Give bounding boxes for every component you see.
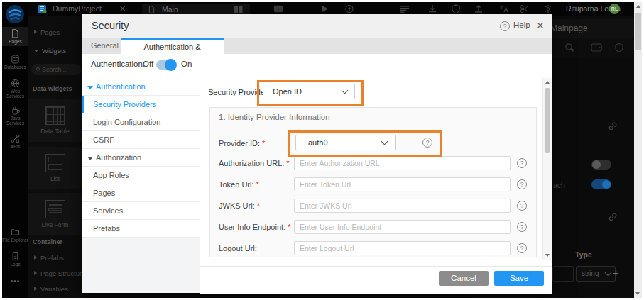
authorization-url-input[interactable] xyxy=(294,156,511,170)
type-select[interactable]: string xyxy=(576,266,616,282)
widget-tile-list[interactable]: List xyxy=(28,147,82,191)
widget-search-input[interactable]: ⚲Search... xyxy=(31,64,81,75)
help-icon[interactable]: ? xyxy=(517,222,527,232)
toggle-off[interactable] xyxy=(591,160,611,170)
widget-tile-data-table[interactable]: Data Table xyxy=(28,99,82,145)
shield-icon[interactable] xyxy=(615,43,623,52)
logs-icon xyxy=(11,252,20,261)
nav-item-prefabs[interactable]: Prefabs xyxy=(82,220,200,238)
search-icon: ⚲ xyxy=(36,66,40,73)
rail-item-label: Web Services xyxy=(6,89,24,99)
help-link[interactable]: Help xyxy=(513,21,530,29)
cancel-button[interactable]: Cancel xyxy=(439,271,489,286)
pages-icon xyxy=(11,29,20,38)
list-icon xyxy=(45,154,65,172)
panel-section-pages[interactable]: Pages xyxy=(28,26,82,40)
add-param-button[interactable]: + xyxy=(613,267,619,279)
help-icon[interactable]: ? xyxy=(517,243,527,253)
tab-general[interactable]: General xyxy=(89,38,121,54)
close-icon[interactable]: ✕ xyxy=(536,14,545,38)
scrollbar-thumb[interactable] xyxy=(545,88,550,153)
chevron-down-icon xyxy=(34,50,38,52)
nav-item-security-providers[interactable]: Security Providers xyxy=(82,96,200,113)
group-container: Container xyxy=(28,238,82,245)
run-icon[interactable] xyxy=(320,4,329,13)
project-icon xyxy=(37,4,47,13)
active-page-title: Mainpage xyxy=(550,19,588,38)
panel-section-variables[interactable]: Variables xyxy=(28,282,82,296)
user-info-endpoint-input[interactable] xyxy=(294,220,511,234)
search-placeholder: Search... xyxy=(42,66,66,73)
menu-list-icon[interactable] xyxy=(400,4,410,13)
rail-item-apis[interactable]: APIs xyxy=(2,132,28,152)
translate-icon[interactable] xyxy=(498,4,508,13)
scroll-down-icon[interactable] xyxy=(635,292,640,295)
logout-url-label: Logout Url: xyxy=(219,244,257,252)
nav-item-csrf[interactable]: CSRF xyxy=(82,131,200,149)
nav-header-authentication[interactable]: Authentication xyxy=(82,78,200,96)
panel-section-page-structure[interactable]: Page Structure xyxy=(28,267,82,281)
help-icon[interactable]: ? xyxy=(517,201,527,211)
tile-label: Live Form xyxy=(42,221,69,228)
user-avatar[interactable]: RL xyxy=(609,4,620,14)
user-info-endpoint-label: User Info Endpoint:* xyxy=(219,223,290,231)
dialog-scrollbar[interactable] xyxy=(542,78,552,260)
tab-authentication-authorization[interactable]: Authentication & Authorization xyxy=(121,38,224,54)
nav-item-app-roles[interactable]: App Roles xyxy=(82,167,200,184)
file-explorer-icon xyxy=(11,228,20,237)
dialog-tabs: General Authentication & Authorization xyxy=(82,38,552,55)
section-label: Widgets xyxy=(42,47,66,55)
more-icon[interactable]: ••• xyxy=(2,277,28,285)
help-icon[interactable]: ? xyxy=(500,21,510,31)
app-scrollbar[interactable] xyxy=(634,2,642,298)
widget-tile-live-form[interactable]: Live Form xyxy=(28,193,82,238)
scroll-up-icon[interactable] xyxy=(636,5,640,8)
snippet-scissors-icon[interactable] xyxy=(520,4,530,13)
toggle-on[interactable] xyxy=(591,179,611,189)
security-shield-icon[interactable] xyxy=(451,4,461,13)
rail-item-web-services[interactable]: Web Services xyxy=(2,77,28,97)
layout-columns-icon xyxy=(234,6,243,13)
caret-down-icon xyxy=(87,157,93,160)
section-title: 1. Identity Provider Information xyxy=(219,113,330,121)
panel-section-prefabs[interactable]: Prefabs xyxy=(28,251,82,265)
rail-item-label: Databases xyxy=(4,65,26,70)
nav-item-login-configuration[interactable]: Login Configuration xyxy=(82,113,200,131)
bind-link-icon[interactable] xyxy=(608,212,618,222)
token-url-input[interactable] xyxy=(294,177,511,191)
help-icon[interactable]: ? xyxy=(517,158,527,168)
nav-item-services[interactable]: Services xyxy=(82,202,200,220)
scroll-up-icon[interactable] xyxy=(545,81,550,84)
panel-section-widgets[interactable]: Widgets xyxy=(28,44,82,58)
bind-link-icon[interactable] xyxy=(608,121,618,131)
identity-provider-section: 1. Identity Provider Information Provide… xyxy=(209,107,537,257)
pull-download-icon[interactable] xyxy=(427,4,437,13)
scroll-down-icon[interactable] xyxy=(545,254,550,257)
partial-property-label: ach xyxy=(553,181,565,189)
logout-url-input[interactable] xyxy=(294,241,511,255)
jwks-url-input[interactable] xyxy=(294,199,511,213)
rail-item-pages[interactable]: Pages xyxy=(2,27,28,46)
authentication-toggle[interactable] xyxy=(156,60,175,70)
scrollbar-thumb[interactable] xyxy=(635,13,641,50)
deploy-cloud-icon[interactable] xyxy=(344,4,354,13)
apis-icon xyxy=(11,134,20,143)
device-icon[interactable] xyxy=(591,43,602,52)
param-name-input[interactable] xyxy=(552,266,574,282)
section-divider xyxy=(219,126,525,126)
help-icon[interactable]: ? xyxy=(517,179,527,189)
wavemaker-logo-icon[interactable] xyxy=(4,4,26,25)
rail-item-java-services[interactable]: Java Services xyxy=(2,104,28,126)
nav-header-authorization[interactable]: Authorization xyxy=(82,149,200,167)
locate-icon[interactable] xyxy=(564,43,575,52)
push-upload-icon[interactable] xyxy=(474,4,484,13)
required-marker: * xyxy=(286,159,289,167)
section-label: Pages xyxy=(40,28,60,36)
rail-item-logs[interactable]: Logs xyxy=(2,250,28,270)
rail-item-databases[interactable]: Databases xyxy=(2,52,28,72)
rail-item-file-explorer[interactable]: File Explorer xyxy=(2,226,28,248)
save-button[interactable]: Save xyxy=(494,271,544,286)
settings-gear-icon[interactable] xyxy=(543,4,553,13)
nav-item-pages[interactable]: Pages xyxy=(82,184,200,202)
preview-icon[interactable] xyxy=(273,4,283,13)
